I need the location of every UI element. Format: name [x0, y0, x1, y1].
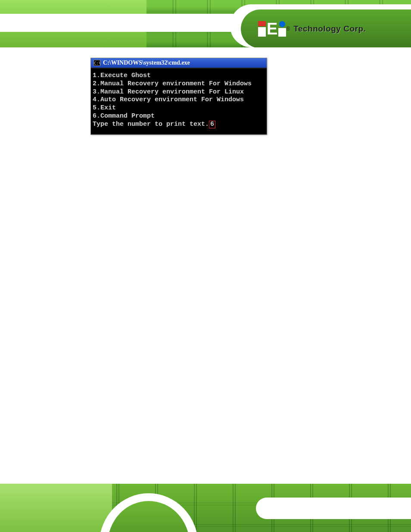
menu-line-5: 5.Exit — [93, 104, 116, 112]
cmd-body: 1.Execute Ghost 2.Manual Recovery enviro… — [91, 68, 267, 134]
banner-white-strip — [0, 14, 241, 32]
logo-letter-e: E — [267, 21, 277, 37]
menu-line-4: 4.Auto Recovery environment For Windows — [93, 96, 244, 103]
footer-white-strip — [256, 498, 411, 519]
cmd-prompt-text: Type the number to print text. — [93, 121, 209, 128]
menu-line-2: 2.Manual Recovery environment For Window… — [93, 80, 252, 87]
iei-logo: E — [258, 21, 286, 37]
page-footer-banner — [0, 484, 411, 532]
footer-left-texture — [0, 484, 112, 532]
logo-letter-i-left — [258, 21, 266, 37]
menu-line-6: 6.Command Prompt — [93, 112, 155, 120]
cmd-titlebar: C:\ C:\WINDOWS\system32\cmd.exe — [91, 58, 267, 68]
menu-line-1: 1.Execute Ghost — [93, 72, 151, 79]
banner-brand-bar: E ® Technology Corp. — [241, 9, 411, 47]
cmd-icon: C:\ — [93, 60, 100, 66]
logo-letter-i-right — [278, 21, 286, 37]
menu-line-3: 3.Manual Recovery environment For Linux — [93, 88, 244, 96]
cmd-window-title: C:\WINDOWS\system32\cmd.exe — [103, 59, 190, 66]
cmd-window: C:\ C:\WINDOWS\system32\cmd.exe 1.Execut… — [90, 58, 267, 135]
cmd-input-highlight[interactable]: 6 — [209, 121, 215, 129]
footer-swoop — [99, 493, 198, 532]
registered-mark: ® — [286, 26, 290, 32]
page-header-banner: E ® Technology Corp. — [0, 0, 411, 47]
brand-text: Technology Corp. — [293, 24, 366, 34]
